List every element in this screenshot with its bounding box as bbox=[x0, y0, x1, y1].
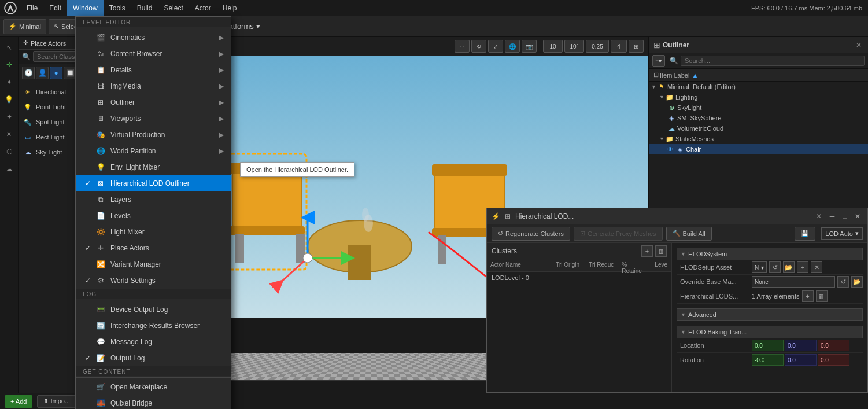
menu-item-imgmedia[interactable]: 🎞 ImgMedia ▶ bbox=[76, 78, 231, 94]
outliner-search-input[interactable] bbox=[681, 56, 865, 66]
tree-item-cloud[interactable]: ☁ VolumetricCloud bbox=[649, 123, 868, 134]
mode-btn-sky[interactable]: ☁ bbox=[1, 161, 17, 177]
remove-array-btn[interactable]: 🗑 bbox=[816, 290, 828, 302]
scale-snap-btn[interactable]: 0.25 bbox=[586, 40, 609, 53]
menu-item-viewports[interactable]: 🖥 Viewports ▶ bbox=[76, 110, 231, 127]
refresh-btn-1[interactable]: ↺ bbox=[769, 261, 781, 273]
grid-size-btn[interactable]: 10 bbox=[543, 40, 563, 53]
hlod-tab-close[interactable]: ✕ bbox=[814, 212, 823, 221]
save-icon-btn[interactable]: 💾 bbox=[795, 227, 815, 241]
filter-btn-3[interactable]: ● bbox=[50, 67, 62, 79]
tree-item-skylight[interactable]: ⊛ SkyLight bbox=[649, 102, 868, 113]
menu-item-levels[interactable]: 📄 Levels bbox=[76, 208, 231, 224]
menu-item-message-log[interactable]: 💬 Message Log bbox=[76, 334, 231, 350]
location-x-input[interactable] bbox=[752, 340, 784, 351]
hlod-close-btn[interactable]: ✕ bbox=[852, 211, 863, 222]
menu-item-quixel[interactable]: 🌉 Quixel Bridge bbox=[76, 395, 231, 409]
hlod-maximize-btn[interactable]: □ bbox=[840, 211, 850, 222]
outliner-close-btn[interactable]: ✕ bbox=[854, 40, 863, 50]
mode-btn-light3[interactable]: ☀ bbox=[1, 126, 17, 142]
translate-btn[interactable]: ↔ bbox=[455, 40, 470, 53]
submenu-arrow-icon-6: ▶ bbox=[219, 115, 224, 123]
menu-item-light-mixer[interactable]: 🔆 Light Mixer bbox=[76, 224, 231, 240]
menu-item-env-light[interactable]: 💡 Env. Light Mixer bbox=[76, 159, 231, 175]
menu-item-details[interactable]: 📋 Details ▶ bbox=[76, 62, 231, 78]
tree-item-lighting[interactable]: ▼ 📁 Lighting bbox=[649, 92, 868, 102]
hlod-advanced-header[interactable]: ▼ Advanced bbox=[677, 308, 863, 321]
hlod-baking-header[interactable]: ▼ HLOD Baking Tran... bbox=[677, 326, 863, 338]
world-local-btn[interactable]: 🌐 bbox=[505, 40, 520, 53]
filter-btn-4[interactable]: 🔲 bbox=[64, 67, 76, 79]
menu-file[interactable]: File bbox=[21, 0, 43, 16]
location-y-input[interactable] bbox=[785, 340, 817, 351]
menu-item-output-log[interactable]: ✓ 📝 Output Log bbox=[76, 350, 231, 366]
menu-item-device-log[interactable]: 📟 Device Output Log bbox=[76, 301, 231, 318]
regenerate-btn[interactable]: ↺ Regenerate Clusters bbox=[492, 227, 570, 241]
rotation-z-input[interactable] bbox=[818, 354, 849, 366]
camera-speed-btn[interactable]: 4 bbox=[611, 40, 627, 53]
add-cluster-btn[interactable]: + bbox=[641, 245, 653, 257]
menu-select[interactable]: Select bbox=[158, 0, 189, 16]
setup-asset-dropdown[interactable]: N ▾ bbox=[752, 261, 767, 273]
hlod-minimize-btn[interactable]: ─ bbox=[827, 211, 837, 222]
menu-item-cinematics[interactable]: 🎬 Cinematics ▶ bbox=[76, 30, 231, 46]
rotation-x-input[interactable] bbox=[752, 354, 784, 366]
filter-btn-1[interactable]: 🕐 bbox=[22, 67, 35, 79]
mode-minimal[interactable]: ⚡ Minimal bbox=[3, 19, 46, 34]
menu-item-world-settings[interactable]: ✓ ⚙ World Settings bbox=[76, 272, 231, 289]
save-btn[interactable]: 💾 bbox=[795, 227, 815, 241]
rotate-snap-btn[interactable]: 10° bbox=[564, 40, 584, 53]
tree-item-staticmeshes[interactable]: ▼ 📁 StaticMeshes bbox=[649, 134, 868, 144]
rotation-y-input[interactable] bbox=[785, 354, 817, 366]
menu-item-content-browser[interactable]: 🗂 Content Browser ▶ bbox=[76, 46, 231, 62]
mode-btn-select[interactable]: ↖ bbox=[1, 39, 17, 56]
mode-btn-bulb[interactable]: 💡 bbox=[1, 91, 17, 108]
menu-build[interactable]: Build bbox=[131, 0, 158, 16]
menu-item-outliner[interactable]: ⊞ Outliner ▶ bbox=[76, 94, 231, 110]
tree-item-skysphere[interactable]: ◈ SM_SkySphere bbox=[649, 113, 868, 123]
filter-btn-2[interactable]: 👤 bbox=[36, 67, 49, 79]
refresh-btn-2[interactable]: ↺ bbox=[837, 276, 849, 288]
menu-tools[interactable]: Tools bbox=[104, 0, 131, 16]
svg-point-0 bbox=[5, 2, 16, 14]
remove-cluster-btn[interactable]: 🗑 bbox=[655, 245, 667, 257]
tree-item-world[interactable]: ▼ ⚑ Minimal_Default (Editor) bbox=[649, 82, 868, 92]
location-z-input[interactable] bbox=[818, 340, 849, 351]
override-dropdown[interactable]: None bbox=[752, 276, 835, 288]
maximize-btn[interactable]: ⊞ bbox=[629, 40, 644, 53]
visibility-icon: 👁 bbox=[667, 146, 674, 153]
camera-btn[interactable]: 📷 bbox=[522, 40, 537, 53]
add-button[interactable]: + Add bbox=[5, 395, 32, 408]
browse-btn-2[interactable]: 📂 bbox=[851, 276, 863, 288]
menu-item-marketplace[interactable]: 🛒 Open Marketplace bbox=[76, 379, 231, 395]
mode-btn-light2[interactable]: ✦ bbox=[1, 109, 17, 125]
lod-level-row[interactable]: LODLevel - 0 bbox=[487, 272, 671, 283]
menu-item-hlod[interactable]: ✓ ⊠ Hierarchical LOD Outliner bbox=[76, 175, 231, 191]
generate-proxy-btn[interactable]: ⊡ Generate Proxy Meshes bbox=[574, 227, 663, 241]
menu-help[interactable]: Help bbox=[217, 0, 243, 16]
scale-btn[interactable]: ⤢ bbox=[488, 40, 503, 53]
menu-item-layers[interactable]: ⧉ Layers bbox=[76, 191, 231, 208]
hlod-system-header[interactable]: ▼ HLODSystem bbox=[677, 248, 863, 260]
build-all-btn[interactable]: 🔨 Build All bbox=[666, 227, 712, 241]
mode-btn-light1[interactable]: ✦ bbox=[1, 74, 17, 90]
mode-btn-light4[interactable]: ⬡ bbox=[1, 143, 17, 160]
menu-item-place-actors[interactable]: ✓ ✛ Place Actors bbox=[76, 240, 231, 256]
browse-btn-1[interactable]: 📂 bbox=[783, 261, 795, 273]
add-btn-1[interactable]: + bbox=[797, 261, 808, 273]
menu-item-world-partition[interactable]: 🌐 World Partition ▶ bbox=[76, 143, 231, 159]
add-array-btn[interactable]: + bbox=[802, 290, 814, 302]
menu-window[interactable]: Window bbox=[67, 0, 104, 16]
clear-btn-1[interactable]: ✕ bbox=[811, 261, 822, 273]
menu-actor[interactable]: Actor bbox=[189, 0, 217, 16]
menu-edit[interactable]: Edit bbox=[43, 0, 67, 16]
menu-item-interchange[interactable]: 🔄 Interchange Results Browser bbox=[76, 318, 231, 334]
mode-btn-place[interactable]: ✛ bbox=[1, 57, 17, 73]
menu-item-virtual-production[interactable]: 🎭 Virtual Production ▶ bbox=[76, 127, 231, 143]
menu-item-variant-manager[interactable]: 🔀 Variant Manager bbox=[76, 256, 231, 272]
rotate-btn[interactable]: ↻ bbox=[471, 40, 486, 53]
import-button[interactable]: ⬆ Impo... bbox=[37, 395, 76, 408]
outliner-filter-btn-1[interactable]: ≡▾ bbox=[652, 55, 665, 67]
tree-item-chair[interactable]: 👁 ◈ Chair bbox=[649, 144, 868, 154]
lod-dropdown[interactable]: LOD Auto ▾ bbox=[821, 227, 863, 240]
